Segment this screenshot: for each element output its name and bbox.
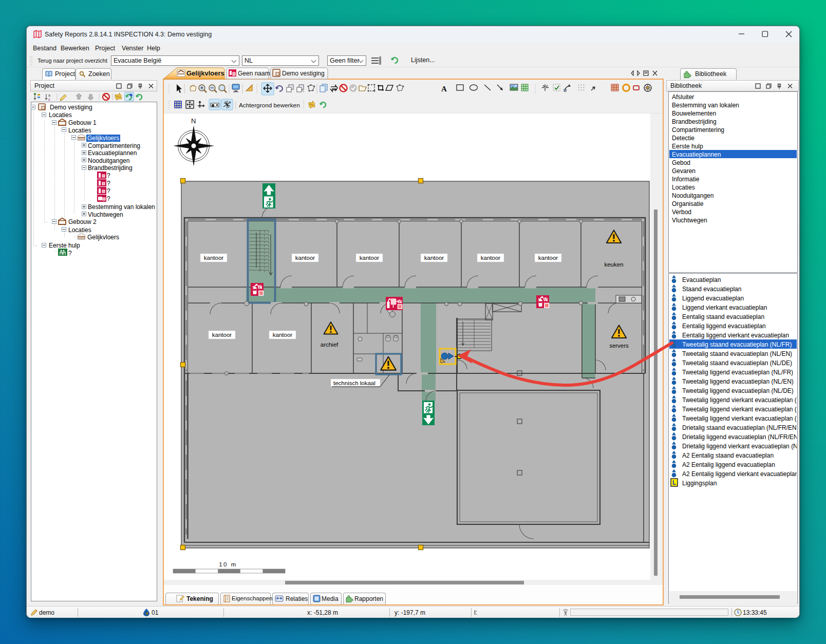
svg-text:Achtergrond bewerken: Achtergrond bewerken: [239, 102, 300, 109]
svg-text:a: a: [48, 93, 50, 97]
svg-text:kantoor: kantoor: [295, 255, 315, 261]
svg-text:Gelijkvloers: Gelijkvloers: [186, 69, 224, 77]
svg-text:A: A: [441, 85, 447, 93]
svg-text:technisch lokaal: technisch lokaal: [333, 380, 376, 386]
svg-text:L: L: [672, 479, 676, 486]
svg-text:kantoor: kantoor: [212, 332, 232, 338]
svg-text:10 m: 10 m: [219, 561, 237, 567]
svg-text:keuken: keuken: [604, 261, 623, 268]
svg-text:N: N: [191, 117, 196, 125]
svg-text:kantoor: kantoor: [273, 332, 293, 338]
svg-text:kantoor: kantoor: [424, 255, 444, 261]
svg-text:Geen naam: Geen naam: [238, 70, 270, 77]
svg-text:N: N: [229, 101, 231, 104]
svg-text:Demo vestiging: Demo vestiging: [282, 70, 325, 77]
svg-text:kantoor: kantoor: [481, 255, 501, 261]
svg-text:kantoor: kantoor: [360, 255, 380, 261]
svg-text:kantoor: kantoor: [204, 255, 224, 261]
svg-text:z: z: [48, 98, 50, 101]
svg-text:archief: archief: [321, 342, 339, 348]
svg-text:kantoor: kantoor: [538, 255, 558, 261]
